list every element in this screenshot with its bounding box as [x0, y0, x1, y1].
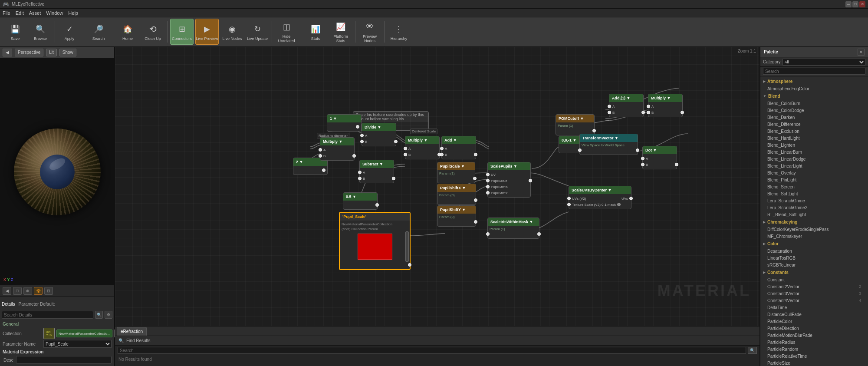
live-update-button[interactable]: ↻ Live Update: [246, 19, 269, 45]
mult-left-b-in[interactable]: [319, 154, 322, 158]
sp-out-pin[interactable]: [529, 179, 532, 182]
node-dot[interactable]: Dot ▼ A B: [642, 146, 677, 169]
details-tab[interactable]: Details: [2, 302, 15, 307]
node-subtract[interactable]: Subtract ▼ A B: [359, 160, 394, 183]
home-button[interactable]: 🏠 Home: [116, 19, 139, 45]
node-add-center[interactable]: Add ▼ A B: [441, 136, 476, 159]
graph-canvas[interactable]: Zoom 1:1 MATERIAL: [115, 47, 760, 326]
cleanup-button[interactable]: ⟲ Clean Up: [141, 19, 164, 45]
item-srgbtolinear[interactable]: sRGBToLinear: [760, 261, 868, 268]
mc-b-in[interactable]: [404, 153, 407, 156]
node-scaleiris[interactable]: ScaleIrisWithinMask ▼ Param (1): [487, 218, 539, 239]
vc-btn-3[interactable]: ⊕: [23, 287, 32, 295]
item-desaturation[interactable]: Desaturation: [760, 247, 868, 254]
item-particleradius[interactable]: ParticleRadius: [760, 339, 868, 346]
menu-window[interactable]: Window: [46, 10, 63, 16]
collection-value[interactable]: NewMaterialParameterCollectio...: [56, 330, 112, 337]
cat-atmosphere[interactable]: ▶ Atmosphere: [760, 77, 868, 85]
sub-out-pin[interactable]: [392, 177, 395, 180]
hierarchy-button[interactable]: ⋮ Hierarchy: [387, 19, 411, 45]
add1-b-in[interactable]: [608, 111, 611, 114]
item-blend-linearburn[interactable]: Blend_LinearBurn: [760, 148, 868, 155]
item-blend-pinlight[interactable]: Blend_PinLight: [760, 176, 868, 183]
ac-a-in[interactable]: [440, 147, 444, 150]
item-diffcolorkeyer[interactable]: DiffColorKeyerErodeSinglePass: [760, 226, 868, 233]
item-blend-lighten[interactable]: Blend_Lighten: [760, 142, 868, 148]
mr-out-pin[interactable]: [681, 111, 684, 114]
tv-out-pin[interactable]: [636, 148, 639, 152]
palette-close-btn[interactable]: ✕: [858, 49, 865, 56]
mr-a-in[interactable]: [647, 105, 650, 108]
desc-input[interactable]: [16, 356, 112, 364]
stats-button[interactable]: 📊 Stats: [304, 19, 327, 45]
vc-btn-1[interactable]: ◀: [3, 287, 11, 295]
close-btn[interactable]: ✕: [859, 1, 865, 7]
apply-button[interactable]: ✓ Apply: [58, 19, 81, 45]
perspective-button[interactable]: Perspective: [15, 49, 43, 56]
const1-out-pin[interactable]: [356, 125, 359, 129]
scaleiris-out-pin[interactable]: [537, 232, 541, 236]
item-blend-softlight[interactable]: Blend_SoftLight: [760, 190, 868, 197]
cat-constants[interactable]: ▶ Constants: [760, 268, 868, 276]
item-blend-lineardodge[interactable]: Blend_LinearDodge: [760, 155, 868, 162]
item-atmosphericfogcolor[interactable]: AtmosphericFogColor: [760, 85, 868, 92]
item-lineartosrgb[interactable]: LinearTosRGB: [760, 254, 868, 261]
find-search-btn[interactable]: 🔍: [748, 347, 757, 354]
maximize-btn[interactable]: □: [852, 1, 858, 7]
search-submit[interactable]: 🔍: [95, 311, 103, 319]
suvc-uvs-out[interactable]: [629, 197, 633, 200]
param-tab[interactable]: Parameter Default:: [19, 302, 55, 307]
dot-a-in[interactable]: [641, 157, 644, 160]
node-pupilshiftx[interactable]: PupilShiftX ▼ Param (0): [437, 184, 476, 205]
eye-viewport[interactable]: X Y Z: [0, 58, 114, 285]
sp-shifty-in[interactable]: [486, 191, 490, 195]
menu-help[interactable]: Help: [68, 10, 78, 16]
mult-left-out-pin[interactable]: [352, 154, 356, 158]
vc-btn-4[interactable]: 🔆: [34, 287, 43, 295]
vc-btn-5[interactable]: ⊡: [44, 287, 53, 295]
add1-out-pin[interactable]: [641, 111, 645, 114]
param-name-select[interactable]: Pupil_Scale: [43, 340, 112, 348]
node-const1[interactable]: 1 ▼: [327, 114, 362, 132]
pupilshiftx-out-pin[interactable]: [474, 198, 477, 202]
menu-edit[interactable]: Edit: [16, 10, 24, 16]
item-particlerandom[interactable]: ParticleRandom: [760, 346, 868, 353]
item-particlereltime[interactable]: ParticleRelativeTime: [760, 353, 868, 359]
item-blend-screen[interactable]: Blend_Screen: [760, 183, 868, 190]
item-distancecullfade[interactable]: DistanceCullFade: [760, 311, 868, 318]
tab-erefraction[interactable]: eRefraction: [117, 327, 147, 336]
pupilshifty-out-pin[interactable]: [474, 220, 477, 224]
browse-button[interactable]: 🔍 Browse: [29, 19, 52, 45]
minimize-btn[interactable]: —: [845, 1, 852, 7]
pupil-scale-scroll[interactable]: [405, 231, 409, 262]
live-nodes-button[interactable]: ◉ Live Nodes: [220, 19, 244, 45]
lit-button[interactable]: Lit: [46, 49, 57, 56]
live-preview-button[interactable]: ▶ Live Preview: [195, 19, 219, 45]
cat-chromakeying[interactable]: ▶ Chromakeying: [760, 218, 868, 226]
hide-unrelated-button[interactable]: ◫ Hide Unrelated: [275, 19, 298, 45]
node-scaleuvsbyc[interactable]: ScaleUVsByCenter ▼ UVs (V2) UVs Texture …: [569, 186, 631, 209]
item-blend-overlay[interactable]: Blend_Overlay: [760, 169, 868, 176]
sp-shiftx-in[interactable]: [486, 185, 490, 188]
sp-uv-in[interactable]: [486, 173, 490, 176]
add1-a-in[interactable]: [608, 105, 611, 108]
mr-b-in[interactable]: [647, 111, 650, 114]
find-search-input[interactable]: [118, 347, 746, 354]
back-button[interactable]: ◀: [3, 49, 12, 56]
item-blend-linearlight[interactable]: Blend_LinearLight: [760, 162, 868, 169]
cat-blend[interactable]: ▼ Blend: [760, 92, 868, 100]
item-blend-exclusion[interactable]: Blend_Exclusion: [760, 128, 868, 135]
sub-b-in[interactable]: [358, 177, 362, 180]
item-constant[interactable]: Constant: [760, 276, 868, 283]
suvc-scale-in[interactable]: [567, 203, 571, 206]
sp-pupilscale-in[interactable]: [486, 179, 490, 182]
item-lerp-scratchgrime2[interactable]: Lerp_ScratchGrime2: [760, 204, 868, 211]
node-pupil-scale-selected[interactable]: 'Pupil_Scale' NewMaterialParameterCollec…: [339, 212, 411, 270]
const2-out-pin[interactable]: [322, 168, 326, 172]
item-blend-colordodge[interactable]: Blend_ColorDodge: [760, 107, 868, 114]
item-constant2vector[interactable]: Constant2Vector 2: [760, 283, 868, 290]
node-multiply-center[interactable]: Multiply ▼ A B: [405, 136, 440, 159]
menu-asset[interactable]: Asset: [29, 10, 41, 16]
vc-btn-2[interactable]: □: [13, 287, 22, 295]
tv-in-pin[interactable]: [578, 148, 582, 152]
